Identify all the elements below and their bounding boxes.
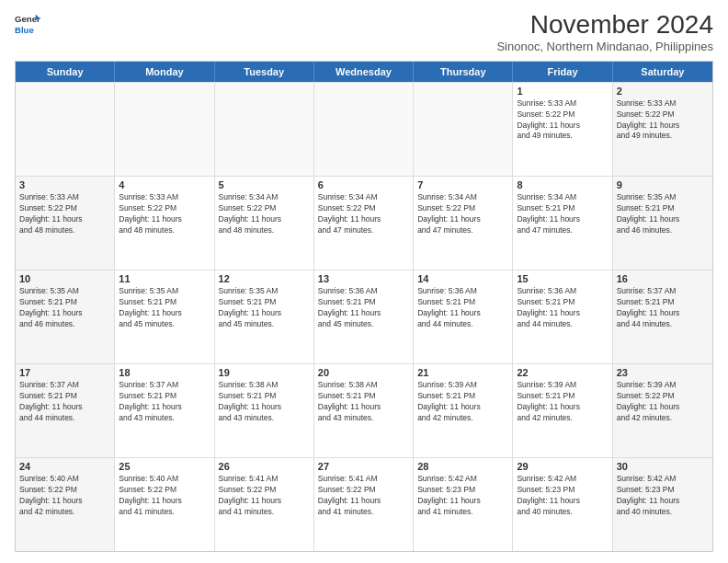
calendar-cell: 19Sunrise: 5:38 AMSunset: 5:21 PMDayligh… (215, 364, 314, 457)
day-number: 3 (19, 179, 110, 190)
day-number: 2 (617, 86, 709, 97)
day-number: 10 (19, 273, 110, 284)
day-number: 21 (417, 367, 508, 378)
calendar-cell: 11Sunrise: 5:35 AMSunset: 5:21 PMDayligh… (115, 270, 214, 363)
calendar-row: 3Sunrise: 5:33 AMSunset: 5:22 PMDaylight… (16, 176, 712, 270)
day-number: 6 (318, 179, 409, 190)
svg-text:Blue: Blue (15, 25, 34, 35)
header-day: Thursday (414, 62, 513, 82)
day-number: 14 (417, 273, 508, 284)
calendar-cell: 30Sunrise: 5:42 AMSunset: 5:23 PMDayligh… (613, 458, 712, 551)
day-info: Sunrise: 5:39 AMSunset: 5:22 PMDaylight:… (617, 380, 709, 424)
day-info: Sunrise: 5:40 AMSunset: 5:22 PMDaylight:… (19, 474, 110, 518)
calendar-cell: 21Sunrise: 5:39 AMSunset: 5:21 PMDayligh… (414, 364, 513, 457)
title-block: November 2024 Sinonoc, Northern Mindanao… (496, 11, 713, 53)
header-day: Monday (115, 62, 214, 82)
calendar-cell: 8Sunrise: 5:34 AMSunset: 5:21 PMDaylight… (513, 177, 612, 270)
day-info: Sunrise: 5:39 AMSunset: 5:21 PMDaylight:… (417, 380, 508, 424)
day-info: Sunrise: 5:38 AMSunset: 5:21 PMDaylight:… (318, 380, 409, 424)
calendar-cell (314, 83, 414, 176)
calendar-cell: 18Sunrise: 5:37 AMSunset: 5:21 PMDayligh… (115, 364, 214, 457)
day-info: Sunrise: 5:40 AMSunset: 5:22 PMDaylight:… (119, 474, 210, 518)
calendar-cell (115, 83, 214, 176)
calendar-cell: 12Sunrise: 5:35 AMSunset: 5:21 PMDayligh… (215, 270, 314, 363)
calendar-cell: 22Sunrise: 5:39 AMSunset: 5:21 PMDayligh… (513, 364, 612, 457)
calendar-cell: 16Sunrise: 5:37 AMSunset: 5:21 PMDayligh… (613, 270, 712, 363)
day-number: 20 (318, 367, 409, 378)
header-day: Tuesday (215, 62, 314, 82)
calendar-cell: 2Sunrise: 5:33 AMSunset: 5:22 PMDaylight… (613, 83, 712, 176)
calendar-cell: 3Sunrise: 5:33 AMSunset: 5:22 PMDaylight… (16, 177, 115, 270)
day-number: 17 (19, 367, 110, 378)
day-number: 25 (119, 461, 210, 472)
day-info: Sunrise: 5:36 AMSunset: 5:21 PMDaylight:… (417, 286, 508, 330)
day-info: Sunrise: 5:33 AMSunset: 5:22 PMDaylight:… (119, 192, 210, 236)
day-number: 26 (219, 461, 310, 472)
day-number: 11 (119, 273, 210, 284)
day-info: Sunrise: 5:34 AMSunset: 5:22 PMDaylight:… (417, 192, 508, 236)
month-title: November 2024 (496, 11, 713, 40)
calendar-row: 24Sunrise: 5:40 AMSunset: 5:22 PMDayligh… (16, 457, 712, 551)
calendar-cell: 25Sunrise: 5:40 AMSunset: 5:22 PMDayligh… (115, 458, 214, 551)
day-info: Sunrise: 5:35 AMSunset: 5:21 PMDaylight:… (219, 286, 310, 330)
day-info: Sunrise: 5:35 AMSunset: 5:21 PMDaylight:… (119, 286, 210, 330)
day-number: 19 (219, 367, 310, 378)
header-day: Saturday (613, 62, 712, 82)
calendar-cell (414, 83, 513, 176)
day-info: Sunrise: 5:42 AMSunset: 5:23 PMDaylight:… (617, 474, 709, 518)
calendar-cell: 1Sunrise: 5:33 AMSunset: 5:22 PMDaylight… (513, 83, 612, 176)
day-info: Sunrise: 5:33 AMSunset: 5:22 PMDaylight:… (19, 192, 110, 236)
calendar-cell: 13Sunrise: 5:36 AMSunset: 5:21 PMDayligh… (314, 270, 414, 363)
day-number: 28 (417, 461, 508, 472)
day-info: Sunrise: 5:41 AMSunset: 5:22 PMDaylight:… (219, 474, 310, 518)
day-info: Sunrise: 5:39 AMSunset: 5:21 PMDaylight:… (517, 380, 608, 424)
logo: General Blue (15, 11, 40, 37)
day-info: Sunrise: 5:35 AMSunset: 5:21 PMDaylight:… (19, 286, 110, 330)
calendar-row: 10Sunrise: 5:35 AMSunset: 5:21 PMDayligh… (16, 270, 712, 363)
calendar-cell: 9Sunrise: 5:35 AMSunset: 5:21 PMDaylight… (613, 177, 712, 270)
logo-icon: General Blue (15, 11, 40, 37)
calendar-body: 1Sunrise: 5:33 AMSunset: 5:22 PMDaylight… (16, 82, 712, 551)
day-info: Sunrise: 5:36 AMSunset: 5:21 PMDaylight:… (318, 286, 409, 330)
header-day: Friday (513, 62, 612, 82)
day-number: 7 (417, 179, 508, 190)
day-info: Sunrise: 5:33 AMSunset: 5:22 PMDaylight:… (617, 98, 709, 143)
calendar-cell: 26Sunrise: 5:41 AMSunset: 5:22 PMDayligh… (215, 458, 314, 551)
day-info: Sunrise: 5:33 AMSunset: 5:22 PMDaylight:… (517, 98, 608, 143)
calendar-cell: 23Sunrise: 5:39 AMSunset: 5:22 PMDayligh… (613, 364, 712, 457)
calendar-row: 1Sunrise: 5:33 AMSunset: 5:22 PMDaylight… (16, 82, 712, 176)
calendar-cell: 17Sunrise: 5:37 AMSunset: 5:21 PMDayligh… (16, 364, 115, 457)
day-number: 18 (119, 367, 210, 378)
header-day: Wednesday (314, 62, 414, 82)
calendar-cell: 20Sunrise: 5:38 AMSunset: 5:21 PMDayligh… (314, 364, 414, 457)
day-number: 13 (318, 273, 409, 284)
day-number: 12 (219, 273, 310, 284)
location-title: Sinonoc, Northern Mindanao, Philippines (496, 40, 713, 53)
calendar-cell: 29Sunrise: 5:42 AMSunset: 5:23 PMDayligh… (513, 458, 612, 551)
day-number: 9 (617, 179, 709, 190)
calendar-cell: 5Sunrise: 5:34 AMSunset: 5:22 PMDaylight… (215, 177, 314, 270)
day-number: 23 (617, 367, 709, 378)
day-number: 8 (517, 179, 608, 190)
day-number: 16 (617, 273, 709, 284)
day-info: Sunrise: 5:34 AMSunset: 5:22 PMDaylight:… (219, 192, 310, 236)
day-info: Sunrise: 5:42 AMSunset: 5:23 PMDaylight:… (517, 474, 608, 518)
calendar-cell: 24Sunrise: 5:40 AMSunset: 5:22 PMDayligh… (16, 458, 115, 551)
calendar-cell (215, 83, 314, 176)
calendar-cell: 15Sunrise: 5:36 AMSunset: 5:21 PMDayligh… (513, 270, 612, 363)
calendar-cell: 28Sunrise: 5:42 AMSunset: 5:23 PMDayligh… (414, 458, 513, 551)
day-number: 24 (19, 461, 110, 472)
day-number: 30 (617, 461, 709, 472)
day-info: Sunrise: 5:37 AMSunset: 5:21 PMDaylight:… (119, 380, 210, 424)
calendar: SundayMondayTuesdayWednesdayThursdayFrid… (15, 61, 713, 552)
day-number: 4 (119, 179, 210, 190)
day-info: Sunrise: 5:34 AMSunset: 5:22 PMDaylight:… (318, 192, 409, 236)
day-number: 29 (517, 461, 608, 472)
header: General Blue November 2024 Sinonoc, Nort… (15, 11, 713, 53)
calendar-header: SundayMondayTuesdayWednesdayThursdayFrid… (16, 62, 712, 82)
calendar-cell (16, 83, 115, 176)
day-number: 27 (318, 461, 409, 472)
page: General Blue November 2024 Sinonoc, Nort… (0, 0, 728, 563)
calendar-cell: 4Sunrise: 5:33 AMSunset: 5:22 PMDaylight… (115, 177, 214, 270)
header-day: Sunday (16, 62, 115, 82)
